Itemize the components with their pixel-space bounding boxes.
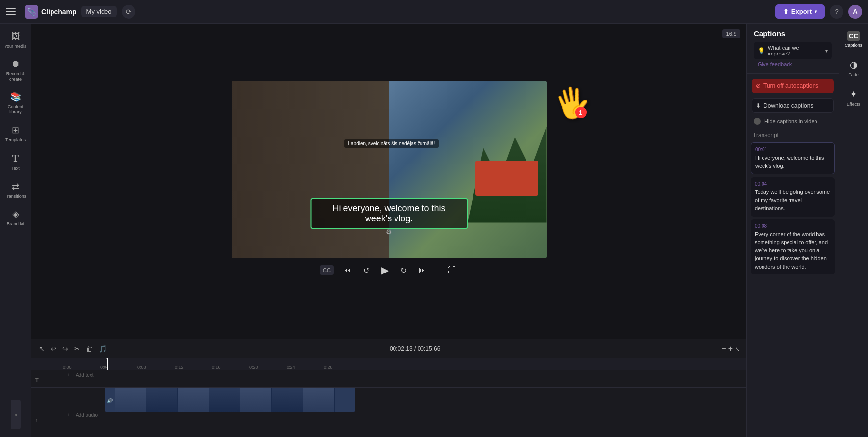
sidebar-item-content-library[interactable]: 📚 Content library: [2, 87, 29, 119]
timeline-zoom: − + ⤡: [721, 344, 740, 353]
main-caption-bar[interactable]: Hi everyone, welcome to this week's vlog…: [310, 198, 468, 229]
sidebar-label-record-create: Record &create: [6, 71, 25, 82]
share-icon[interactable]: ⟳: [122, 5, 135, 19]
fade-icon: ◑: [850, 59, 858, 70]
transcript-section: Transcript 00:01 Hi everyone, welcome to…: [747, 128, 839, 437]
select-tool[interactable]: ↖: [37, 343, 46, 354]
turn-off-autocaptions-button[interactable]: ⊘ Turn off autocaptions: [752, 79, 834, 93]
transcript-time-1: 00:04: [755, 181, 831, 187]
captions-header: Captions 💡 What can we improve? ▾ Give f…: [747, 24, 839, 74]
undo-tool[interactable]: ↩: [49, 343, 58, 354]
video-container: Labdien, sveicināts šīs nedēļas žurnālā!…: [232, 81, 547, 258]
timeline-playhead[interactable]: [107, 358, 108, 370]
add-audio-button[interactable]: + + Add audio: [63, 412, 746, 418]
transcript-entry-1[interactable]: 00:04 Today we'll be going over some of …: [751, 177, 835, 217]
sidebar-label-transitions: Transitions: [5, 194, 26, 199]
transcript-time-2: 00:08: [755, 223, 831, 229]
brand-kit-icon: ◈: [12, 209, 19, 219]
help-icon[interactable]: ?: [830, 5, 843, 19]
video-track-content[interactable]: 🔊: [63, 388, 746, 412]
skip-forward-button[interactable]: ⏭: [417, 264, 428, 276]
timeline-ruler: 0:00 0:04 0:08 0:12 0:16 0:20 0:24 0:28: [31, 358, 746, 370]
fit-button[interactable]: ⤡: [735, 345, 740, 353]
download-captions-button[interactable]: ⬇ Download captions: [752, 98, 834, 113]
sidebar-item-templates[interactable]: ⊞ Templates: [2, 121, 29, 147]
video-clip[interactable]: 🔊: [105, 388, 355, 412]
right-sidebar-item-effects[interactable]: ✦ Effects: [841, 85, 867, 110]
zoom-in-button[interactable]: +: [728, 344, 733, 353]
ruler-mark-2: 0:08: [137, 365, 175, 370]
zoom-out-button[interactable]: −: [721, 344, 726, 353]
feedback-label: What can we improve?: [768, 45, 822, 56]
transcript-entry-2[interactable]: 00:08 Every corner of the world has some…: [751, 219, 835, 275]
ruler-mark-7: 0:28: [324, 365, 361, 370]
thumb-3: [178, 388, 209, 412]
sidebar-item-brand-kit[interactable]: ◈ Brand kit: [2, 205, 29, 231]
main-caption-text: Hi everyone, welcome to this week's vlog…: [332, 203, 445, 223]
sidebar-label-templates: Templates: [5, 137, 26, 143]
thumb-1: [115, 388, 146, 412]
ruler-mark-5: 0:20: [249, 365, 287, 370]
download-icon: ⬇: [756, 102, 761, 109]
thumb-7: [303, 388, 335, 412]
right-sidebar-item-fade[interactable]: ◑ Fade: [841, 55, 867, 81]
content-library-icon: 📚: [10, 91, 21, 102]
menu-icon[interactable]: [6, 5, 20, 19]
fast-forward-button[interactable]: ↻: [398, 264, 409, 277]
main-layout: 🖼 Your media ⏺ Record &create 📚 Content …: [0, 24, 868, 437]
hide-captions-label: Hide captions in video: [764, 118, 817, 124]
your-media-icon: 🖼: [11, 31, 20, 42]
avatar[interactable]: A: [848, 5, 862, 19]
audio-tool[interactable]: 🎵: [97, 343, 108, 354]
sidebar-label-content-library: Content library: [4, 104, 27, 115]
timeline-area: ↖ ↩ ↪ ✂ 🗑 🎵 00:02.13 / 00:15.66 − + ⤡ 0:…: [31, 339, 746, 437]
sidebar-item-transitions[interactable]: ⇄ Transitions: [2, 177, 29, 203]
captions-title: Captions: [754, 29, 832, 38]
timeline-toolbar: ↖ ↩ ↪ ✂ 🗑 🎵 00:02.13 / 00:15.66 − + ⤡: [31, 339, 746, 358]
fullscreen-button[interactable]: ⛶: [446, 264, 458, 276]
turn-off-icon: ⊘: [756, 82, 761, 89]
record-create-icon: ⏺: [11, 59, 20, 69]
sidebar-toggle[interactable]: ◂: [11, 400, 21, 429]
left-sidebar: 🖼 Your media ⏺ Record &create 📚 Content …: [0, 24, 31, 437]
right-sidebar-item-captions[interactable]: CC Captions: [841, 27, 867, 52]
captions-panel-icon: CC: [847, 31, 860, 41]
feedback-link[interactable]: Give feedback: [754, 61, 832, 67]
text-icon: T: [12, 153, 19, 164]
rewind-button[interactable]: ↺: [361, 264, 371, 277]
sidebar-label-text: Text: [11, 166, 20, 171]
logo[interactable]: 📎 Clipchamp: [25, 5, 77, 19]
skip-back-button[interactable]: ⏮: [342, 264, 353, 276]
sidebar-item-your-media[interactable]: 🖼 Your media: [2, 27, 29, 53]
transcript-entry-0[interactable]: 00:01 Hi everyone, welcome to this week'…: [751, 142, 835, 174]
text-track-icon: T: [35, 377, 39, 383]
feedback-chevron-icon[interactable]: ▾: [825, 48, 828, 54]
scene-train: [475, 161, 538, 196]
add-text-button[interactable]: + + Add text: [63, 372, 746, 378]
sidebar-item-text[interactable]: T Text: [2, 149, 29, 175]
feedback-lightbulb-icon: 💡: [758, 47, 765, 54]
video-title[interactable]: My video: [81, 6, 117, 17]
play-button[interactable]: ▶: [379, 262, 391, 278]
cut-tool[interactable]: ✂: [73, 343, 81, 354]
video-clip-thumbnails: [105, 388, 335, 412]
hide-captions-toggle[interactable]: [754, 118, 761, 125]
export-button[interactable]: ⬆ Export ▾: [775, 4, 825, 19]
caption-gear-icon[interactable]: ⚙: [386, 228, 392, 236]
delete-tool[interactable]: 🗑: [84, 343, 94, 354]
text-track-label: T: [31, 377, 63, 383]
redo-tool[interactable]: ↪: [61, 343, 70, 354]
ruler-mark-3: 0:12: [175, 365, 212, 370]
audio-track-label: ♪: [31, 417, 63, 423]
small-caption: Labdien, sveicināts šīs nedēļas žurnālā!: [344, 139, 439, 148]
effects-icon: ✦: [850, 89, 857, 100]
sidebar-label-brand-kit: Brand kit: [7, 221, 25, 227]
video-preview-area: 16:9 Labdien, sveicināts šīs nedēļas žur…: [31, 24, 746, 339]
captions-toggle-button[interactable]: CC: [320, 265, 334, 275]
export-arrow-icon: ▾: [815, 9, 817, 14]
video-controls: CC ⏮ ↺ ▶ ↻ ⏭ ⛶: [320, 258, 458, 282]
transcript-title: Transcript: [751, 132, 835, 138]
sidebar-item-record-create[interactable]: ⏺ Record &create: [2, 55, 29, 86]
ruler-mark-1: 0:04: [100, 365, 137, 370]
scene-person: [232, 81, 405, 258]
